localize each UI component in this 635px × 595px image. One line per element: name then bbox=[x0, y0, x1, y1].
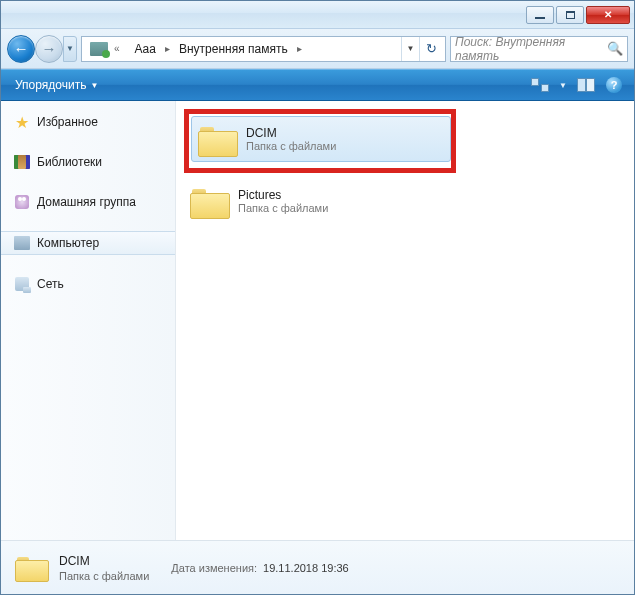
sidebar-item-label: Домашняя группа bbox=[37, 195, 136, 209]
details-pane: DCIM Папка с файлами Дата изменения: 19.… bbox=[1, 540, 634, 594]
refresh-button[interactable]: ↻ bbox=[419, 37, 443, 61]
folder-item-dcim[interactable]: DCIM Папка с файлами bbox=[191, 116, 451, 162]
device-icon bbox=[90, 42, 108, 56]
chevron-right-icon[interactable]: ▸ bbox=[294, 43, 305, 54]
network-icon bbox=[13, 276, 31, 292]
sidebar-item-network[interactable]: Сеть bbox=[1, 273, 175, 295]
sidebar-item-libraries[interactable]: Библиотеки bbox=[1, 151, 175, 173]
star-icon: ★ bbox=[13, 114, 31, 130]
preview-pane-button[interactable] bbox=[574, 74, 598, 96]
nav-buttons: ← → ▼ bbox=[7, 35, 77, 63]
chevron-down-icon: ▼ bbox=[90, 81, 98, 90]
search-input[interactable]: Поиск: Внутренняя память 🔍 bbox=[450, 36, 628, 62]
back-button[interactable]: ← bbox=[7, 35, 35, 63]
folder-icon bbox=[198, 123, 236, 155]
folder-name: Pictures bbox=[238, 188, 328, 202]
breadcrumb-item-1[interactable]: Aaa bbox=[129, 37, 162, 61]
breadcrumb-root[interactable]: « bbox=[84, 37, 129, 61]
sidebar-item-label: Избранное bbox=[37, 115, 98, 129]
navbar: ← → ▼ « Aaa ▸ Внутренняя память ▸ ▼ ↻ По… bbox=[1, 29, 634, 69]
details-modified-label: Дата изменения: bbox=[171, 562, 257, 574]
address-dropdown[interactable]: ▼ bbox=[401, 37, 419, 61]
details-name: DCIM bbox=[59, 554, 149, 568]
explorer-window: ✕ ← → ▼ « Aaa ▸ Внутренняя память ▸ ▼ ↻ … bbox=[0, 0, 635, 595]
sidebar-item-computer[interactable]: Компьютер bbox=[1, 231, 175, 255]
details-modified-value: 19.11.2018 19:36 bbox=[263, 562, 349, 574]
sidebar: ★ Избранное Библиотеки Домашняя группа bbox=[1, 101, 176, 540]
folder-icon bbox=[190, 185, 228, 217]
titlebar: ✕ bbox=[1, 1, 634, 29]
forward-button[interactable]: → bbox=[35, 35, 63, 63]
close-button[interactable]: ✕ bbox=[586, 6, 630, 24]
folder-icon bbox=[15, 555, 47, 581]
toolbar: Упорядочить ▼ ▼ ? bbox=[1, 69, 634, 101]
folder-subtitle: Папка с файлами bbox=[238, 202, 328, 214]
computer-icon bbox=[13, 235, 31, 251]
help-button[interactable]: ? bbox=[602, 74, 626, 96]
libraries-icon bbox=[13, 154, 31, 170]
sidebar-item-label: Библиотеки bbox=[37, 155, 102, 169]
view-mode-dropdown[interactable]: ▼ bbox=[556, 81, 570, 90]
sidebar-item-homegroup[interactable]: Домашняя группа bbox=[1, 191, 175, 213]
folder-name: DCIM bbox=[246, 126, 336, 140]
sidebar-item-label: Компьютер bbox=[37, 236, 99, 250]
search-icon: 🔍 bbox=[607, 41, 623, 56]
chevron-right-icon[interactable]: ▸ bbox=[162, 43, 173, 54]
content-pane[interactable]: DCIM Папка с файлами Pictures Папка с фа… bbox=[176, 101, 634, 540]
folder-subtitle: Папка с файлами bbox=[246, 140, 336, 152]
address-bar[interactable]: « Aaa ▸ Внутренняя память ▸ ▼ ↻ bbox=[81, 36, 446, 62]
help-icon: ? bbox=[606, 77, 622, 93]
breadcrumb-item-2[interactable]: Внутренняя память bbox=[173, 37, 294, 61]
sidebar-item-favorites[interactable]: ★ Избранное bbox=[1, 111, 175, 133]
folder-item-pictures[interactable]: Pictures Папка с файлами bbox=[184, 179, 444, 223]
sidebar-item-label: Сеть bbox=[37, 277, 64, 291]
details-type: Папка с файлами bbox=[59, 570, 149, 582]
maximize-button[interactable] bbox=[556, 6, 584, 24]
nav-history-dropdown[interactable]: ▼ bbox=[63, 36, 77, 62]
minimize-button[interactable] bbox=[526, 6, 554, 24]
highlight-annotation: DCIM Папка с файлами bbox=[184, 109, 456, 173]
view-mode-button[interactable] bbox=[528, 74, 552, 96]
main-area: ★ Избранное Библиотеки Домашняя группа bbox=[1, 101, 634, 540]
homegroup-icon bbox=[13, 194, 31, 210]
organize-menu[interactable]: Упорядочить ▼ bbox=[9, 74, 104, 96]
